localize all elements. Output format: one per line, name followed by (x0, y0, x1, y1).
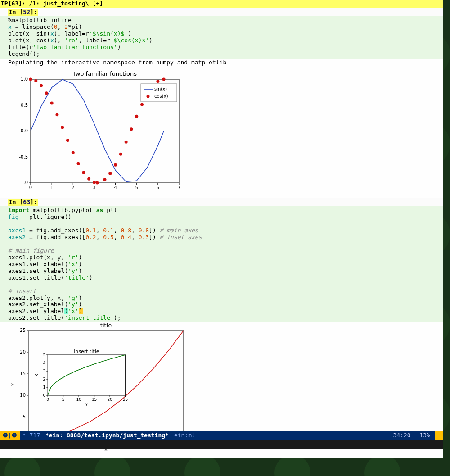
svg-point-47 (130, 128, 133, 131)
svg-text:4: 4 (43, 361, 45, 365)
svg-point-28 (29, 78, 32, 81)
svg-text:-1.0: -1.0 (19, 180, 28, 185)
editor-pane[interactable]: IP[63]: /1: just_testing\ [+] In [52]: %… (0, 0, 443, 451)
svg-text:sin(x): sin(x) (154, 86, 167, 91)
svg-text:5: 5 (62, 397, 65, 402)
svg-text:5: 5 (43, 353, 45, 357)
svg-point-52 (156, 80, 159, 83)
svg-point-44 (114, 163, 117, 167)
scroll-percent: 13% (415, 431, 435, 440)
svg-point-37 (77, 162, 80, 165)
svg-text:1.0: 1.0 (21, 77, 28, 82)
cell-52-output-text: Populating the interactive namespace fro… (0, 59, 443, 67)
mode-line: ❷|❶ * 717 *ein: 8888/test.ipynb/just_tes… (0, 431, 443, 440)
svg-text:y: y (85, 401, 88, 406)
svg-text:y: y (9, 383, 15, 386)
svg-point-35 (66, 139, 69, 142)
modeline-workspace-badge: ❷|❶ (0, 431, 20, 440)
svg-text:0.5: 0.5 (21, 103, 28, 108)
svg-text:2: 2 (43, 377, 45, 381)
svg-text:0: 0 (29, 185, 32, 190)
buffer-name: *ein: 8888/test.ipynb/just_testing* (45, 431, 169, 440)
svg-point-29 (34, 80, 37, 83)
svg-text:0.0: 0.0 (21, 128, 28, 133)
svg-point-43 (108, 172, 112, 175)
svg-text:20: 20 (107, 397, 112, 402)
svg-point-46 (125, 141, 128, 144)
svg-point-40 (93, 181, 96, 184)
svg-point-32 (50, 102, 54, 105)
cell-prompt-63: In [63]: (8, 199, 38, 206)
svg-text:insert title: insert title (74, 349, 99, 354)
cell-52-plot: Two familiar functions01234567-1.0-0.50.… (0, 67, 443, 198)
svg-text:3: 3 (93, 185, 95, 190)
svg-point-31 (45, 92, 48, 95)
svg-text:-0.5: -0.5 (19, 154, 28, 159)
svg-text:15: 15 (92, 397, 97, 402)
svg-point-45 (119, 153, 122, 156)
svg-rect-87 (48, 355, 126, 395)
cursor-position: 34:20 (388, 431, 415, 440)
cell-prompt-52: In [52]: (8, 9, 38, 16)
svg-text:10: 10 (20, 393, 26, 398)
svg-text:4: 4 (114, 185, 117, 190)
major-mode: ein:ml (171, 431, 198, 440)
svg-text:6: 6 (157, 185, 159, 190)
svg-text:title: title (100, 322, 112, 329)
svg-point-34 (61, 126, 64, 129)
svg-point-30 (40, 84, 43, 87)
svg-point-53 (162, 78, 166, 81)
svg-text:25: 25 (123, 397, 128, 402)
svg-point-42 (104, 178, 107, 181)
svg-text:3: 3 (43, 369, 45, 373)
svg-text:15: 15 (20, 371, 26, 376)
minibuffer[interactable] (0, 440, 443, 449)
svg-text:5: 5 (135, 185, 138, 190)
svg-text:5: 5 (23, 414, 26, 419)
svg-point-38 (82, 171, 85, 174)
svg-point-48 (135, 115, 138, 118)
svg-text:25: 25 (20, 328, 26, 333)
svg-text:1: 1 (43, 385, 45, 390)
svg-text:Two familiar functions: Two familiar functions (72, 70, 137, 77)
code-cell-52[interactable]: %matplotlib inline x = linspace(0, 2*pi)… (0, 16, 443, 59)
svg-point-33 (55, 113, 58, 117)
svg-text:0: 0 (46, 397, 49, 402)
svg-text:cos(x): cos(x) (154, 94, 168, 99)
svg-point-49 (140, 103, 144, 106)
svg-text:x: x (34, 374, 39, 376)
svg-text:7: 7 (178, 185, 180, 190)
svg-text:1: 1 (50, 185, 53, 190)
svg-text:0: 0 (43, 393, 45, 398)
title-bar: IP[63]: /1: just_testing\ [+] (0, 0, 443, 8)
svg-point-39 (87, 177, 90, 181)
svg-text:20: 20 (20, 349, 26, 354)
svg-point-57 (147, 95, 150, 98)
svg-text:10: 10 (76, 397, 81, 402)
code-cell-63[interactable]: import matplotlib.pyplot as plt fig = pl… (0, 206, 443, 322)
svg-point-36 (72, 151, 75, 154)
svg-text:2: 2 (72, 185, 74, 190)
svg-point-41 (96, 181, 99, 185)
